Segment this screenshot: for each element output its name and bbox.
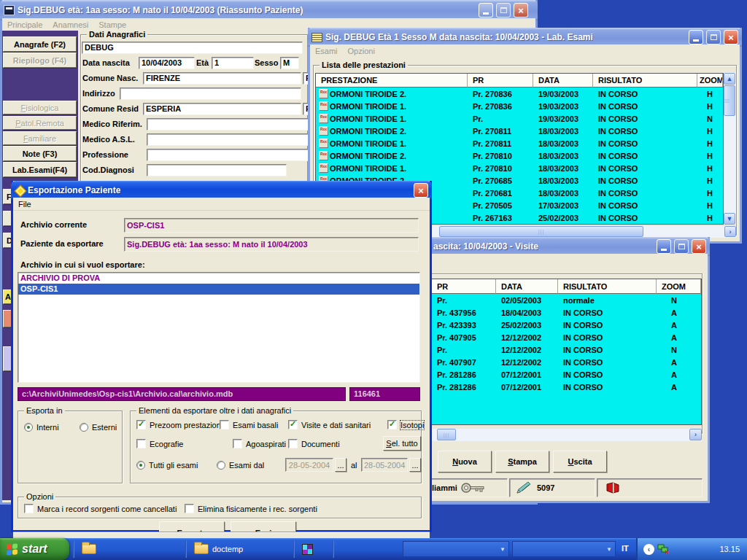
menu-esami[interactable]: Esami <box>310 45 343 57</box>
col-risultato[interactable]: RISULTATO <box>593 74 697 88</box>
maximize-button[interactable] <box>674 239 689 254</box>
col-zoom[interactable]: ZOOM <box>657 279 701 294</box>
table-row[interactable]: Pr. 281286 07/12/2001 IN CORSO A <box>432 368 701 381</box>
col-data[interactable]: DATA <box>496 279 558 294</box>
table-row[interactable]: Pr. 281286 07/12/2001 IN CORSO A <box>432 381 701 393</box>
table-row[interactable]: Pr. 02/05/2003 normale N <box>432 294 701 306</box>
cod-diagnosi-field[interactable] <box>147 164 287 176</box>
sidebar-item-anagrafe[interactable]: Anagrafe (F2) <box>3 36 77 52</box>
col-data[interactable]: DATA <box>533 74 593 88</box>
checkbox-esami-basali[interactable]: ✓Esami basali <box>220 420 278 429</box>
col-prestazione[interactable]: PRESTAZIONE <box>316 74 468 88</box>
medico-asl-field[interactable] <box>147 133 309 146</box>
indirizzo-field[interactable] <box>120 88 301 100</box>
sidebar-item-note[interactable]: Note (F3) <box>3 146 77 161</box>
date-from-field[interactable]: 28-05-2004 <box>285 458 333 472</box>
radio-esterni[interactable]: Esterni <box>80 423 117 432</box>
checkbox-agoaspirati[interactable]: ✓Agoaspirati <box>233 439 286 448</box>
sidebar-item-fisiologica[interactable]: Fisiologica <box>3 101 77 114</box>
table-row[interactable]: Pr. 407905 12/12/2002 IN CORSO A <box>432 331 701 343</box>
col-pr[interactable]: PR <box>432 279 496 294</box>
table-row[interactable]: ORMONI TIROIDE 1. Pr. 270810 18/03/2003 … <box>316 162 723 174</box>
close-icon[interactable]: × <box>724 30 738 44</box>
table-row[interactable]: ORMONI TIROIDE 1. Pr. 270811 18/03/2003 … <box>316 137 723 149</box>
radio-esami-dal[interactable]: Esami dal <box>217 461 264 470</box>
minimize-button[interactable] <box>479 3 493 18</box>
sesso-field[interactable]: M <box>280 57 299 69</box>
archivio-listbox[interactable]: ARCHIVIO DI PROVA OSP-CIS1 <box>18 272 420 383</box>
checkbox-documenti[interactable]: ✓Documenti <box>288 439 340 448</box>
sidebar-item-lab-esami[interactable]: Lab.Esami(F4) <box>3 162 77 177</box>
sel-tutto-button[interactable]: Sel. tutto <box>383 436 421 451</box>
start-button[interactable]: start <box>0 538 69 560</box>
radio-interni[interactable]: Interni <box>24 423 59 432</box>
sidebar-item-familiare[interactable]: Familiare <box>3 131 77 145</box>
date-from-picker-button[interactable]: ... <box>335 458 347 472</box>
nuova-button[interactable]: Nuova <box>438 451 492 472</box>
table-row[interactable]: Pr. 437956 18/04/2003 IN CORSO A <box>432 306 701 319</box>
taskbar-item-app[interactable] <box>296 538 331 560</box>
table-row[interactable]: ORMONI TIROIDE 2. Pr. 270810 18/03/2003 … <box>316 149 723 162</box>
comune-nasc-field[interactable]: FIRENZE <box>143 72 301 85</box>
network-status-icon[interactable]: ✕ <box>657 543 670 555</box>
sidebar-item-patol-remota[interactable]: Patol.Remota <box>3 116 77 130</box>
uscita-button[interactable]: Uscita <box>553 451 607 472</box>
close-icon[interactable]: × <box>692 239 706 254</box>
table-row[interactable]: ORMONI TIROIDE 1. Pr. 19/03/2003 IN CORS… <box>316 112 723 125</box>
menu-file[interactable]: File <box>13 198 36 210</box>
visite-hscrollbar[interactable]: ||| › <box>431 429 702 441</box>
menu-opzioni[interactable]: Opzioni <box>343 45 380 57</box>
prestazioni-vscrollbar[interactable]: ▲ — — — ▼ <box>724 73 736 225</box>
close-icon[interactable]: × <box>514 3 528 18</box>
taskbar-toolbar-2[interactable]: ▼ <box>512 541 616 557</box>
medico-riferim-field[interactable] <box>147 118 309 131</box>
checkbox-elimina-record[interactable]: ✓Elimina fisicamente i rec. sorgenti <box>185 504 317 513</box>
sidebar-item-riepilogo[interactable]: Riepilogo (F4) <box>3 52 77 68</box>
date-to-field[interactable]: 28-05-2004 <box>361 458 408 472</box>
table-row[interactable]: Pr. 12/12/2002 IN CORSO N <box>432 343 701 356</box>
maximize-button[interactable] <box>496 3 511 18</box>
scroll-up-icon[interactable]: ▲ <box>724 73 735 85</box>
eta-field[interactable]: 1 <box>212 57 254 69</box>
checkbox-isotopi[interactable]: ✓Isotopi <box>387 420 424 429</box>
professione-field[interactable] <box>147 149 309 161</box>
scroll-thumb[interactable]: ||| <box>439 226 643 237</box>
col-risultato[interactable]: RISULTATO <box>558 279 657 294</box>
scroll-right-icon[interactable]: › <box>724 226 736 237</box>
close-icon[interactable]: × <box>414 183 428 198</box>
col-pr[interactable]: PR <box>468 74 533 88</box>
scroll-thumb[interactable]: ||| <box>437 429 456 440</box>
table-row[interactable]: Pr. 423393 25/02/2003 IN CORSO A <box>432 319 701 331</box>
col-zoom[interactable]: ZOOM <box>697 74 723 88</box>
list-item[interactable]: ARCHIVIO DI PROVA <box>18 273 419 284</box>
checkbox-ecografie[interactable]: ✓Ecografie <box>136 439 183 448</box>
table-row[interactable]: ORMONI TIROIDE 1. Pr. 270836 19/03/2003 … <box>316 100 723 112</box>
minimize-button[interactable] <box>657 239 671 254</box>
maximize-button[interactable] <box>706 30 721 44</box>
language-indicator[interactable]: IT <box>622 544 629 553</box>
clock[interactable]: 13.15 <box>719 545 740 553</box>
table-row[interactable]: ORMONI TIROIDE 2. Pr. 270811 18/03/2003 … <box>316 125 723 137</box>
scroll-right-icon[interactable]: › <box>689 429 702 440</box>
menu-principale[interactable]: Principale <box>2 19 47 31</box>
list-item-selected[interactable]: OSP-CIS1 <box>18 284 419 295</box>
nome-field[interactable]: DEBUG <box>82 42 303 54</box>
main-window-titlebar[interactable]: Sig.DEBUG età: 1aa sesso: M nato il 10/0… <box>0 0 538 20</box>
taskbar-item-folder[interactable] <box>76 538 184 560</box>
taskbar-item-doctemp[interactable]: doctemp <box>188 538 292 560</box>
comune-resid-field[interactable]: ESPERIA <box>143 103 301 115</box>
checkbox-prezoom[interactable]: ✓Prezoom prestazioni <box>136 420 222 429</box>
checkbox-visite[interactable]: ✓Visite e dati sanitari <box>288 420 371 429</box>
checkbox-marca-record[interactable]: ✓Marca i record sorgenti come cancellati <box>24 504 177 513</box>
minimize-button[interactable] <box>689 30 703 44</box>
scroll-down-icon[interactable]: ▼ <box>724 213 735 225</box>
table-row[interactable]: ORMONI TIROIDE 2. Pr. 270836 19/03/2003 … <box>316 88 723 100</box>
scroll-thumb[interactable]: — — — <box>724 85 735 116</box>
table-row[interactable]: Pr. 407907 12/12/2002 IN CORSO A <box>432 356 701 368</box>
stampa-button[interactable]: Stampa <box>495 451 549 472</box>
data-nascita-field[interactable]: 10/04/2003 <box>139 57 195 69</box>
date-to-picker-button[interactable]: ... <box>409 458 421 472</box>
radio-tutti-esami[interactable]: Tutti gli esami <box>136 461 198 470</box>
taskbar-toolbar-1[interactable]: ▼ <box>403 541 509 557</box>
hide-icons-chevron-icon[interactable]: ‹ <box>643 544 654 555</box>
